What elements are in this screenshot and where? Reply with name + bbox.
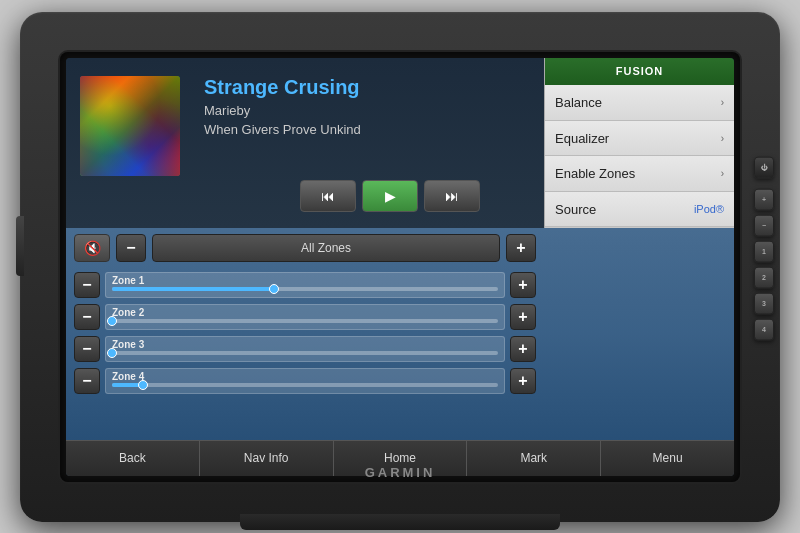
zone1-slider-track xyxy=(112,287,498,291)
fusion-header: FUSION xyxy=(545,58,734,86)
playback-controls: ⏮ ▶ ⏭ xyxy=(300,180,480,212)
zone-row-2: − Zone 2 + xyxy=(74,301,536,333)
menu-item-equalizer[interactable]: Equalizer › xyxy=(545,121,734,157)
num1-button[interactable]: 1 xyxy=(754,240,774,262)
menu-item-enable-zones[interactable]: Enable Zones › xyxy=(545,156,734,192)
left-bumper xyxy=(16,216,24,276)
screen-top: Strange Crusing Marieby When Givers Prov… xyxy=(66,58,734,228)
zone2-plus-button[interactable]: + xyxy=(510,304,536,330)
all-zones-row: 🔇 − All Zones + xyxy=(74,234,536,262)
right-button-group: ⏻ + − 1 2 3 4 xyxy=(754,156,774,340)
menu-item-source[interactable]: Source iPod® xyxy=(545,192,734,228)
zone-row-4: − Zone 4 + xyxy=(74,365,536,397)
zone1-slider-fill xyxy=(112,287,274,291)
zone2-slider-track xyxy=(112,319,498,323)
prev-button[interactable]: ⏮ xyxy=(300,180,356,212)
zone2-track: Zone 2 xyxy=(105,304,505,330)
menu-item-balance[interactable]: Balance › xyxy=(545,85,734,121)
screen-bottom: 🔇 − All Zones + − Zone 1 xyxy=(66,228,734,440)
zone1-minus-button[interactable]: − xyxy=(74,272,100,298)
num3-button[interactable]: 3 xyxy=(754,292,774,314)
plus-button[interactable]: + xyxy=(754,188,774,210)
zone2-minus-button[interactable]: − xyxy=(74,304,100,330)
num2-button[interactable]: 2 xyxy=(754,266,774,288)
zone3-plus-button[interactable]: + xyxy=(510,336,536,362)
device-stand xyxy=(240,514,560,530)
all-zones-minus-button[interactable]: − xyxy=(116,234,146,262)
zone4-track: Zone 4 xyxy=(105,368,505,394)
volume-overlay: 🔇 − All Zones + − Zone 1 xyxy=(66,228,544,440)
zone4-slider-thumb[interactable] xyxy=(138,380,148,390)
zone4-slider-track xyxy=(112,383,498,387)
num4-button[interactable]: 4 xyxy=(754,318,774,340)
nav-back-button[interactable]: Back xyxy=(66,441,200,476)
zone1-slider-thumb[interactable] xyxy=(269,284,279,294)
zone-row-1: − Zone 1 + xyxy=(74,269,536,301)
album-art-image xyxy=(80,76,180,176)
all-zones-plus-button[interactable]: + xyxy=(506,234,536,262)
play-button[interactable]: ▶ xyxy=(362,180,418,212)
minus-button[interactable]: − xyxy=(754,214,774,236)
garmin-logo: GARMIN xyxy=(365,465,436,480)
nav-info-button[interactable]: Nav Info xyxy=(200,441,334,476)
zone-rows: − Zone 1 + − Zone 2 + − Zone 3 xyxy=(74,269,536,397)
zone3-label: Zone 3 xyxy=(112,339,144,350)
zone4-minus-button[interactable]: − xyxy=(74,368,100,394)
zone3-minus-button[interactable]: − xyxy=(74,336,100,362)
all-zones-label: All Zones xyxy=(152,234,500,262)
garmin-device: ⏻ + − 1 2 3 4 xyxy=(20,12,780,522)
zone1-label: Zone 1 xyxy=(112,275,144,286)
zone1-plus-button[interactable]: + xyxy=(510,272,536,298)
zone4-plus-button[interactable]: + xyxy=(510,368,536,394)
fusion-panel: FUSION Balance › Equalizer › Enable Zone… xyxy=(544,58,734,228)
power-button[interactable]: ⏻ xyxy=(754,156,774,178)
nav-mark-button[interactable]: Mark xyxy=(467,441,601,476)
nav-menu-button[interactable]: Menu xyxy=(601,441,734,476)
zone-row-3: − Zone 3 + xyxy=(74,333,536,365)
screen-bezel: Strange Crusing Marieby When Givers Prov… xyxy=(60,52,740,482)
zone1-track: Zone 1 xyxy=(105,272,505,298)
mute-icon: 🔇 xyxy=(84,240,101,256)
album-art xyxy=(80,76,180,176)
zone3-slider-track xyxy=(112,351,498,355)
zone3-slider-thumb[interactable] xyxy=(107,348,117,358)
next-button[interactable]: ⏭ xyxy=(424,180,480,212)
screen: Strange Crusing Marieby When Givers Prov… xyxy=(66,58,734,476)
mute-button[interactable]: 🔇 xyxy=(74,234,110,262)
zone2-label: Zone 2 xyxy=(112,307,144,318)
zone3-track: Zone 3 xyxy=(105,336,505,362)
zone2-slider-thumb[interactable] xyxy=(107,316,117,326)
